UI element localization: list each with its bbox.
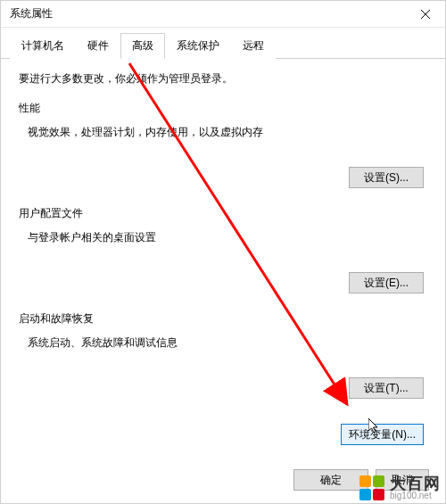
section-startup-desc: 系统启动、系统故障和调试信息	[28, 335, 427, 351]
section-performance-desc: 视觉效果，处理器计划，内存使用，以及虚拟内存	[28, 125, 427, 140]
tab-computer-name[interactable]: 计算机名	[10, 33, 76, 59]
window-title: 系统属性	[10, 6, 53, 21]
performance-settings-button[interactable]: 设置(S)...	[349, 167, 424, 188]
close-icon	[421, 10, 430, 19]
section-startup-title: 启动和故障恢复	[19, 311, 427, 326]
section-userprofiles-desc: 与登录帐户相关的桌面设置	[28, 230, 427, 245]
watermark-url: big100.net	[390, 492, 441, 500]
watermark-logo-icon	[359, 475, 384, 500]
close-button[interactable]	[405, 1, 445, 28]
tab-remote[interactable]: 远程	[231, 33, 276, 59]
section-userprofiles-title: 用户配置文件	[19, 206, 427, 221]
tab-system-protection[interactable]: 系统保护	[165, 33, 231, 59]
section-performance-title: 性能	[19, 101, 427, 116]
tab-content-advanced: 要进行大多数更改，你必须作为管理员登录。 性能 视觉效果，处理器计划，内存使用，…	[1, 59, 445, 503]
ok-button[interactable]: 确定	[293, 469, 368, 491]
tab-advanced[interactable]: 高级	[120, 33, 165, 59]
env-row: 环境变量(N)...	[19, 424, 427, 445]
section-startup: 启动和故障恢复 系统启动、系统故障和调试信息 设置(T)...	[19, 311, 427, 399]
section-userprofiles: 用户配置文件 与登录帐户相关的桌面设置 设置(E)...	[19, 206, 427, 293]
userprofiles-settings-button[interactable]: 设置(E)...	[349, 272, 424, 293]
titlebar: 系统属性	[1, 1, 445, 28]
tabs: 计算机名 硬件 高级 系统保护 远程	[1, 28, 445, 59]
section-performance: 性能 视觉效果，处理器计划，内存使用，以及虚拟内存 设置(S)...	[19, 101, 427, 188]
startup-settings-button[interactable]: 设置(T)...	[349, 377, 424, 399]
intro-text: 要进行大多数更改，你必须作为管理员登录。	[19, 71, 427, 87]
tab-hardware[interactable]: 硬件	[76, 33, 120, 59]
system-properties-window: 系统属性 计算机名 硬件 高级 系统保护 远程 要进行大多数更改，你必须作为管理…	[0, 0, 446, 504]
watermark-text: 大百网 big100.net	[390, 475, 441, 500]
watermark-name: 大百网	[390, 475, 441, 492]
watermark: 大百网 big100.net	[359, 475, 441, 500]
environment-variables-button[interactable]: 环境变量(N)...	[341, 424, 424, 445]
